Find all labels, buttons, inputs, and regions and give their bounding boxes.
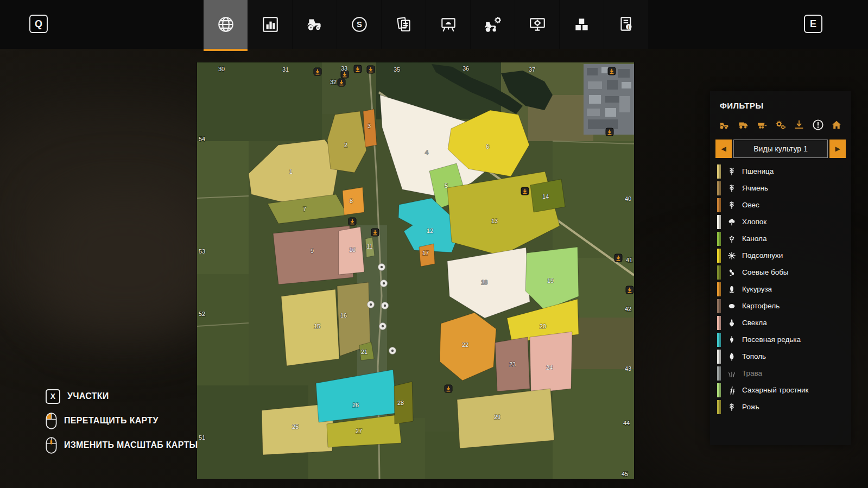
crop-filter-row-6[interactable]: Подсолнухи bbox=[710, 247, 851, 264]
crop-filter-row-12[interactable]: Тополь bbox=[710, 348, 851, 365]
crop-color-swatch bbox=[717, 164, 721, 179]
tab-ai-workers[interactable] bbox=[471, 0, 515, 49]
crop-label: Сахарный тростник bbox=[742, 386, 809, 394]
crop-color-swatch bbox=[717, 316, 721, 330]
field-number: 6 bbox=[486, 143, 489, 150]
field-number: 28 bbox=[397, 400, 404, 406]
crop-filter-row-4[interactable]: Хлопок bbox=[710, 213, 851, 230]
harvester-filter-icon[interactable] bbox=[736, 118, 750, 131]
map-grid-number: 33 bbox=[341, 65, 347, 72]
sunflower-crop-icon bbox=[726, 250, 737, 261]
crop-filter-row-3[interactable]: Овес bbox=[710, 197, 851, 213]
crop-filter-row-1[interactable]: Пшеница bbox=[710, 163, 851, 180]
field-number: 22 bbox=[462, 341, 468, 348]
map-field-15[interactable] bbox=[281, 289, 339, 366]
legend-row: ИЗМЕНИТЬ МАСШТАБ КАРТЫ bbox=[46, 436, 198, 454]
map-marker-download bbox=[608, 67, 616, 75]
map-grid-number: 45 bbox=[622, 471, 628, 477]
satellite-map[interactable]: 1234567891011121314151617181920212223242… bbox=[197, 62, 634, 479]
field-number: 24 bbox=[546, 364, 553, 371]
animals-icon bbox=[439, 15, 458, 34]
crop-label: Хлопок bbox=[742, 218, 766, 226]
crop-filter-row-15[interactable]: Рожь bbox=[710, 398, 851, 415]
tab-statistics[interactable] bbox=[248, 0, 292, 49]
crop-filter-row-9[interactable]: Картофель bbox=[710, 297, 851, 314]
tab-production[interactable] bbox=[560, 0, 604, 49]
filter-icon-row bbox=[710, 115, 851, 133]
tab-garage[interactable] bbox=[515, 0, 559, 49]
stats-icon bbox=[261, 15, 280, 34]
crop-filter-row-13[interactable]: Трава bbox=[710, 365, 851, 382]
key-hint-q: Q bbox=[29, 15, 48, 33]
crop-color-swatch bbox=[717, 383, 721, 397]
next-category-button[interactable]: ▶ bbox=[829, 140, 846, 158]
tab-animals[interactable] bbox=[426, 0, 470, 49]
field-number: 26 bbox=[352, 402, 359, 408]
beet-crop-icon bbox=[726, 318, 737, 328]
field-number: 11 bbox=[366, 243, 372, 250]
crop-filter-row-7[interactable]: Соевые бобы bbox=[710, 264, 851, 281]
crop-filter-row-14[interactable]: Сахарный тростник bbox=[710, 382, 851, 398]
map-grid-number: 30 bbox=[218, 66, 225, 72]
map-marker-poi bbox=[378, 264, 385, 271]
potato-crop-icon bbox=[726, 301, 737, 312]
map-marker-download bbox=[354, 65, 362, 73]
category-label: Виды культур 1 bbox=[733, 140, 828, 158]
home-filter-icon[interactable] bbox=[829, 118, 844, 131]
field-number: 1 bbox=[289, 168, 293, 175]
grass-crop-icon bbox=[726, 368, 737, 379]
gears-filter-icon[interactable] bbox=[774, 118, 788, 131]
crop-label: Трава bbox=[742, 369, 762, 377]
map-field-24[interactable] bbox=[530, 332, 572, 393]
crop-color-swatch bbox=[717, 181, 721, 195]
map-field-29[interactable] bbox=[457, 389, 554, 448]
field-number: 8 bbox=[350, 198, 353, 204]
mouse-left-icon bbox=[46, 413, 57, 429]
tractor-sm-filter-icon[interactable] bbox=[718, 118, 732, 131]
field-number: 7 bbox=[303, 206, 306, 212]
tab-map[interactable] bbox=[204, 0, 248, 49]
key-hint-x: X bbox=[46, 389, 60, 404]
field-number: 23 bbox=[509, 361, 516, 367]
map-marker-download bbox=[367, 66, 375, 73]
legend-label: УЧАСТКИ bbox=[67, 391, 109, 401]
crop-label: Овес bbox=[742, 201, 759, 209]
map-marker-download bbox=[371, 229, 379, 236]
map-grid-number: 42 bbox=[625, 306, 631, 312]
crop-filter-row-8[interactable]: Кукуруза bbox=[710, 281, 851, 297]
tab-vehicles[interactable] bbox=[293, 0, 337, 49]
field-number: 4 bbox=[425, 149, 428, 156]
crop-filter-row-11[interactable]: Посевная редька bbox=[710, 331, 851, 348]
map-field-8[interactable] bbox=[343, 187, 364, 215]
globe-icon bbox=[217, 15, 235, 34]
crop-category-selector: ◀ Виды культур 1 ▶ bbox=[715, 140, 846, 158]
wheat-crop-icon bbox=[726, 200, 737, 211]
prev-category-button[interactable]: ◀ bbox=[715, 140, 732, 158]
cotton-crop-icon bbox=[726, 217, 737, 227]
tab-contracts[interactable] bbox=[382, 0, 426, 49]
svg-text:i: i bbox=[628, 24, 629, 30]
controls-legend: XУЧАСТКИПЕРЕТАЩИТЬ КАРТУИЗМЕНИТЬ МАСШТАБ… bbox=[46, 388, 198, 461]
crop-label: Ячмень bbox=[742, 184, 768, 192]
crop-filter-row-2[interactable]: Ячмень bbox=[710, 180, 851, 197]
production-icon bbox=[573, 15, 591, 34]
map-view[interactable]: 1234567891011121314151617181920212223242… bbox=[197, 62, 634, 479]
field-number: 17 bbox=[422, 250, 429, 256]
trailer-filter-icon[interactable] bbox=[755, 118, 769, 131]
field-number: 13 bbox=[491, 218, 498, 224]
finances-icon: S bbox=[350, 15, 369, 34]
map-grid-number: 43 bbox=[625, 365, 631, 372]
tab-help[interactable]: i bbox=[604, 0, 648, 49]
map-marker-poi bbox=[389, 347, 396, 354]
corn-crop-icon bbox=[726, 284, 737, 295]
crop-filter-row-10[interactable]: Свекла bbox=[710, 314, 851, 331]
crop-color-swatch bbox=[717, 333, 721, 347]
field-number: 16 bbox=[340, 312, 347, 319]
tab-finances[interactable]: S bbox=[337, 0, 381, 49]
warning-filter-icon[interactable] bbox=[811, 118, 825, 131]
crop-filter-row-5[interactable]: Канола bbox=[710, 230, 851, 247]
map-marker-download bbox=[614, 254, 622, 262]
map-marker-download bbox=[606, 128, 613, 136]
download-filter-icon[interactable] bbox=[792, 118, 806, 131]
wheat-crop-icon bbox=[726, 166, 737, 177]
